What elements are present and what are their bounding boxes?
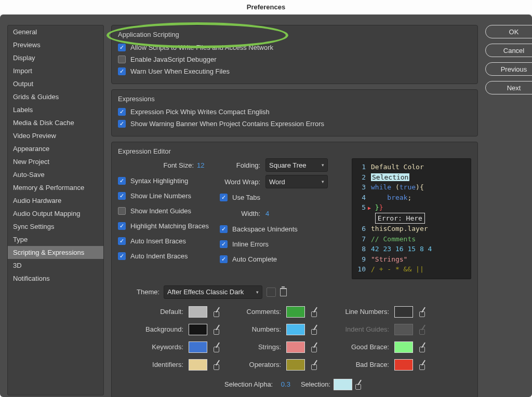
sidebar-item[interactable]: 3D [8, 259, 103, 272]
checkbox-syntax-highlighting[interactable]: ✓ [118, 177, 126, 185]
eyedropper-icon[interactable] [214, 325, 223, 334]
sidebar-item[interactable]: Previews [8, 38, 103, 51]
eyedropper-icon[interactable] [311, 307, 321, 317]
swatch-label: Comments: [234, 308, 281, 316]
word-wrap-select[interactable]: Word▾ [265, 175, 328, 188]
selection-swatch[interactable] [334, 379, 352, 390]
checkbox-label: Show Warning Banner When Project Contain… [130, 120, 324, 128]
color-swatch[interactable] [286, 359, 305, 371]
section-expression-editor: Expression Editor Font Size: 12 ✓Syntax … [111, 142, 478, 397]
color-swatch[interactable] [189, 341, 207, 353]
swatch-label: Numbers: [234, 325, 281, 333]
checkbox-allow-write-files[interactable]: ✓ [118, 44, 126, 51]
section-title: Expressions [118, 95, 471, 103]
checkbox-show-line-numbers[interactable]: ✓ [118, 192, 126, 200]
sidebar-item[interactable]: Import [8, 64, 103, 77]
preferences-main: Application Scripting ✓ Allow Scripts to… [111, 25, 478, 397]
next-button[interactable]: Next [485, 81, 532, 94]
checkbox-use-tabs[interactable]: ✓ [220, 194, 228, 201]
checkbox-highlight-matching-braces[interactable]: ✓ [118, 222, 126, 230]
eyedropper-icon[interactable] [419, 343, 429, 352]
color-swatch[interactable] [286, 324, 305, 335]
checkbox-label: Syntax Highlighting [130, 177, 188, 185]
checkbox-warn-banner[interactable]: ✓ [118, 120, 126, 128]
checkbox-inline-errors[interactable]: ✓ [220, 240, 228, 248]
eyedropper-icon[interactable] [355, 380, 365, 389]
eyedropper-icon[interactable] [419, 307, 429, 317]
color-swatch[interactable] [286, 306, 305, 318]
checkbox-backspace-unindents[interactable]: ✓ [220, 225, 228, 233]
sidebar-item[interactable]: Video Preview [8, 129, 103, 142]
checkbox-label: Auto Indent Braces [130, 252, 188, 260]
sidebar-item[interactable]: Audio Output Mapping [8, 207, 103, 220]
sidebar-item[interactable]: Sync Settings [8, 220, 103, 233]
swatch-label: Indent Guides: [332, 325, 389, 333]
color-swatch[interactable] [394, 341, 413, 353]
sidebar-item[interactable]: Type [8, 233, 103, 246]
color-swatch[interactable] [394, 306, 413, 318]
sidebar-item[interactable]: New Project [8, 155, 103, 168]
color-swatch[interactable] [189, 306, 207, 318]
previous-button[interactable]: Previous [485, 62, 532, 76]
checkbox-auto-indent-braces[interactable]: ✓ [118, 252, 126, 260]
eyedropper-icon[interactable] [214, 343, 223, 352]
font-size-label: Font Size: [163, 161, 194, 169]
color-swatch[interactable] [189, 359, 207, 371]
color-swatch[interactable] [394, 359, 413, 371]
folding-select[interactable]: Square Tree▾ [265, 158, 328, 172]
eyedropper-icon[interactable] [311, 360, 321, 369]
chevron-down-icon: ▾ [322, 179, 324, 184]
eyedropper-icon[interactable] [311, 343, 321, 352]
sidebar-item[interactable]: Auto-Save [8, 168, 103, 181]
eyedropper-icon[interactable] [311, 325, 321, 334]
eyedropper-icon[interactable] [214, 307, 223, 317]
preferences-sidebar: GeneralPreviewsDisplayImportOutputGrids … [7, 25, 104, 395]
checkbox-show-indent-guides[interactable] [118, 207, 126, 215]
sidebar-item[interactable]: Notifications [8, 272, 103, 285]
checkbox-label: Show Line Numbers [130, 192, 191, 200]
checkbox-label: Auto Insert Braces [130, 237, 186, 245]
sidebar-item[interactable]: General [8, 25, 103, 38]
sidebar-item[interactable]: Labels [8, 103, 103, 116]
checkbox-label: Backspace Unindents [232, 225, 298, 233]
color-swatch[interactable] [189, 324, 207, 335]
error-arrow-icon: ▶ [368, 205, 371, 211]
checkbox-pick-whip-compact[interactable]: ✓ [118, 108, 126, 116]
sidebar-item[interactable]: Media & Disk Cache [8, 116, 103, 129]
font-size-value[interactable]: 12 [197, 161, 209, 169]
sidebar-item[interactable]: Grids & Guides [8, 90, 103, 103]
swatch-label: Identifiers: [126, 361, 183, 368]
sidebar-item[interactable]: Output [8, 77, 103, 90]
ok-button[interactable]: OK [485, 25, 532, 38]
save-theme-icon[interactable] [267, 288, 276, 297]
selection-alpha-label: Selection Alpha: [224, 380, 273, 388]
tab-width-label: Width: [217, 210, 260, 217]
trash-icon[interactable] [280, 288, 287, 296]
theme-select[interactable]: After Effects Classic Dark▾ [164, 285, 262, 299]
sidebar-item[interactable]: Scripting & Expressions [8, 246, 103, 259]
swatch-label: Strings: [234, 343, 281, 351]
color-swatch[interactable] [286, 341, 305, 353]
cancel-button[interactable]: Cancel [485, 44, 532, 57]
preferences-window: GeneralPreviewsDisplayImportOutputGrids … [0, 15, 532, 397]
eyedropper-icon[interactable] [214, 360, 223, 369]
swatch-label: Default: [126, 308, 183, 316]
dialog-buttons: OK Cancel Previous Next [485, 25, 532, 397]
checkbox-auto-insert-braces[interactable]: ✓ [118, 237, 126, 245]
checkbox-enable-js-debugger[interactable] [118, 56, 126, 63]
checkbox-auto-complete[interactable]: ✓ [220, 255, 228, 263]
chevron-down-icon: ▾ [322, 162, 324, 168]
window-title: Preferences [0, 0, 532, 15]
eyedropper-icon[interactable] [419, 360, 429, 369]
tab-width-value[interactable]: 4 [265, 210, 269, 217]
sidebar-item[interactable]: Audio Hardware [8, 194, 103, 207]
sidebar-item[interactable]: Appearance [8, 142, 103, 155]
sidebar-item[interactable]: Memory & Performance [8, 181, 103, 194]
checkbox-label: Enable JavaScript Debugger [130, 56, 217, 63]
folding-label: Folding: [217, 161, 260, 169]
selection-alpha-value[interactable]: 0.3 [281, 380, 290, 388]
checkbox-warn-executing-files[interactable]: ✓ [118, 67, 126, 75]
checkbox-label: Warn User When Executing Files [130, 67, 230, 75]
sidebar-item[interactable]: Display [8, 51, 103, 64]
section-title: Expression Editor [118, 147, 471, 155]
